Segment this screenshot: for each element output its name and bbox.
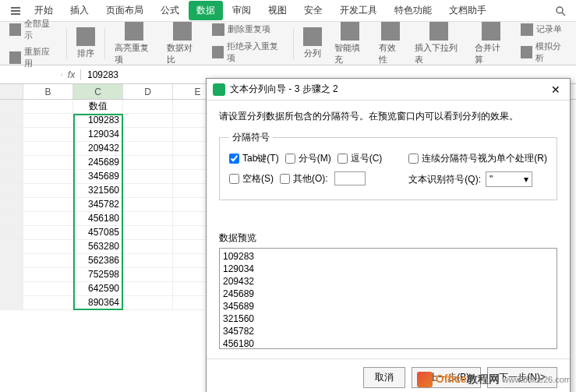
- menu-view[interactable]: 视图: [260, 1, 295, 20]
- cell[interactable]: [123, 114, 173, 128]
- menu-review[interactable]: 审阅: [224, 1, 259, 20]
- cell[interactable]: 456180: [73, 212, 123, 226]
- cell[interactable]: [23, 114, 73, 128]
- row-header[interactable]: [0, 100, 23, 114]
- delete-dup-button[interactable]: 删除重复项: [209, 22, 284, 37]
- menu-layout[interactable]: 页面布局: [98, 1, 151, 20]
- cancel-button[interactable]: 取消: [363, 367, 405, 388]
- fx-icon[interactable]: fx: [62, 69, 81, 80]
- row-header[interactable]: [0, 128, 23, 142]
- data-compare-button[interactable]: 数据对比: [162, 20, 203, 67]
- row-header[interactable]: [0, 142, 23, 156]
- highlight-dup-button[interactable]: 高亮重复项: [110, 20, 159, 67]
- cell[interactable]: [123, 142, 173, 156]
- reject-dup-button[interactable]: 拒绝录入重复项: [209, 39, 284, 65]
- row-header[interactable]: [0, 212, 23, 226]
- filter-reapply-button[interactable]: 重新应用: [6, 44, 58, 71]
- menu-formula[interactable]: 公式: [153, 1, 187, 20]
- space-checkbox[interactable]: 空格(S): [229, 172, 274, 185]
- cell[interactable]: [23, 184, 73, 198]
- record-form-button[interactable]: 记录单: [518, 22, 570, 37]
- next-button[interactable]: 下一步(N)>: [487, 367, 557, 388]
- cell[interactable]: 129034: [73, 128, 123, 142]
- cell[interactable]: [123, 170, 173, 184]
- cell[interactable]: [23, 240, 73, 254]
- cell[interactable]: [23, 282, 73, 296]
- close-button[interactable]: ✕: [548, 83, 564, 96]
- filter-showall-button[interactable]: 全部显示: [6, 16, 58, 43]
- insert-dropdown-button[interactable]: 插入下拉列表: [410, 20, 467, 67]
- cell[interactable]: [123, 282, 173, 296]
- cell[interactable]: [123, 156, 173, 170]
- other-delimiter-input[interactable]: [334, 171, 366, 185]
- row-header[interactable]: [0, 254, 23, 268]
- cell[interactable]: 345782: [73, 198, 123, 212]
- menu-security[interactable]: 安全: [296, 1, 330, 20]
- cell[interactable]: 109283: [73, 114, 123, 128]
- menu-dochelper[interactable]: 文档助手: [441, 1, 494, 20]
- preview-box[interactable]: 109283 129034 209432 245689 345689 32156…: [219, 248, 557, 349]
- select-all-corner[interactable]: [0, 84, 23, 99]
- cell[interactable]: [23, 198, 73, 212]
- cell[interactable]: 321560: [73, 184, 123, 198]
- menu-data[interactable]: 数据: [189, 1, 223, 20]
- consolidate-button[interactable]: 合并计算: [470, 20, 511, 67]
- consecutive-checkbox[interactable]: 连续分隔符号视为单个处理(R): [408, 152, 547, 165]
- menu-special[interactable]: 特色功能: [387, 1, 440, 20]
- cell[interactable]: 563280: [73, 240, 123, 254]
- row-header[interactable]: [0, 184, 23, 198]
- cell[interactable]: [123, 184, 173, 198]
- cell[interactable]: [123, 198, 173, 212]
- row-header[interactable]: [0, 282, 23, 296]
- cell[interactable]: 457085: [73, 226, 123, 240]
- cell[interactable]: 209432: [73, 142, 123, 156]
- menu-insert[interactable]: 插入: [62, 1, 97, 20]
- cell[interactable]: [23, 226, 73, 240]
- cell[interactable]: 245689: [73, 156, 123, 170]
- col-header-d[interactable]: D: [123, 84, 173, 99]
- cell[interactable]: [123, 226, 173, 240]
- back-button[interactable]: <上一步(B): [412, 367, 481, 388]
- cell[interactable]: [23, 254, 73, 268]
- tab-checkbox[interactable]: Tab键(T): [229, 152, 279, 165]
- comma-checkbox[interactable]: 逗号(C): [337, 152, 383, 165]
- search-icon[interactable]: [551, 2, 570, 20]
- row-header[interactable]: [0, 198, 23, 212]
- cell[interactable]: [123, 212, 173, 226]
- menu-devtools[interactable]: 开发工具: [332, 1, 385, 20]
- text-qualifier-select[interactable]: " ▾: [486, 171, 532, 187]
- simulate-button[interactable]: 模拟分析: [518, 39, 570, 65]
- cell[interactable]: 642590: [73, 282, 123, 296]
- cell[interactable]: [123, 100, 173, 114]
- col-header-b[interactable]: B: [23, 84, 73, 99]
- sort-button[interactable]: 排序: [72, 26, 100, 61]
- cell[interactable]: [23, 142, 73, 156]
- cell-header[interactable]: 数值: [73, 100, 123, 114]
- cell[interactable]: 890364: [73, 296, 123, 310]
- row-header[interactable]: [0, 114, 23, 128]
- cell[interactable]: [123, 268, 173, 282]
- semicolon-checkbox[interactable]: 分号(M): [285, 152, 331, 165]
- row-header[interactable]: [0, 240, 23, 254]
- row-header[interactable]: [0, 226, 23, 240]
- col-header-c[interactable]: C: [73, 84, 123, 99]
- cell[interactable]: 345689: [73, 170, 123, 184]
- smart-fill-button[interactable]: 智能填充: [330, 20, 371, 67]
- cell[interactable]: [123, 296, 173, 310]
- cell[interactable]: [23, 128, 73, 142]
- validation-button[interactable]: 有效性: [374, 20, 408, 67]
- cell[interactable]: 562386: [73, 254, 123, 268]
- row-header[interactable]: [0, 170, 23, 184]
- row-header[interactable]: [0, 268, 23, 282]
- cell[interactable]: [123, 240, 173, 254]
- cell[interactable]: [123, 128, 173, 142]
- other-checkbox[interactable]: 其他(O):: [280, 172, 328, 185]
- row-header[interactable]: [0, 156, 23, 170]
- cell[interactable]: [23, 268, 73, 282]
- cell[interactable]: 752598: [73, 268, 123, 282]
- cell[interactable]: [23, 156, 73, 170]
- text-to-columns-button[interactable]: 分列: [299, 26, 327, 61]
- dialog-titlebar[interactable]: 文本分列向导 - 3 步骤之 2 ✕: [207, 79, 570, 101]
- cell[interactable]: [123, 254, 173, 268]
- cell[interactable]: [23, 212, 73, 226]
